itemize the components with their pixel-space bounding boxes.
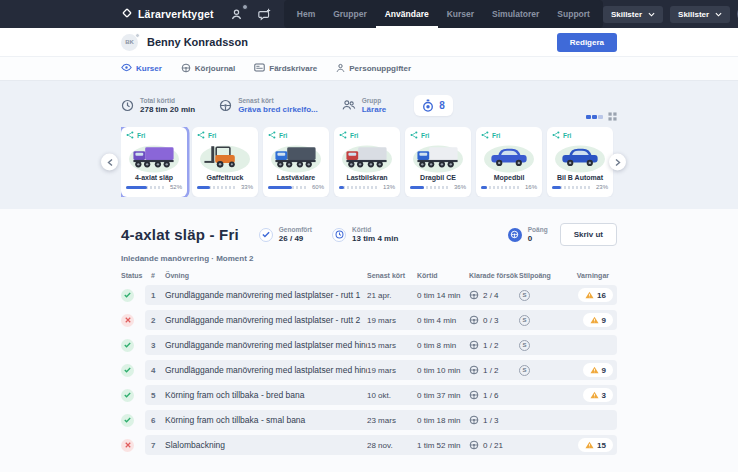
- exercise-number: 6: [151, 416, 165, 425]
- org-select-dropdown[interactable]: Skillster: [603, 6, 663, 23]
- section-subtitle: Inledande manövrering · Moment 2: [121, 254, 617, 263]
- team-select-dropdown[interactable]: Skillster: [670, 6, 730, 23]
- status-pass-icon: [121, 364, 134, 377]
- profile-tab[interactable]: Personuppgifter: [336, 63, 411, 75]
- new-message-button[interactable]: [256, 5, 274, 23]
- edit-button[interactable]: Redigera: [557, 33, 617, 52]
- progress-fill: [339, 186, 344, 189]
- progress-track: [481, 186, 521, 189]
- warning-triangle-icon: [585, 441, 594, 449]
- exercise-row: 6 Körning fram och tillbaka - smal bana …: [121, 410, 617, 430]
- status-fail-icon: [121, 439, 134, 452]
- exercise-last-driven: 15 mars: [367, 341, 417, 350]
- share-icon[interactable]: [339, 131, 347, 139]
- exercise-row-body[interactable]: 1 Grundläggande manövrering med lastplat…: [145, 285, 617, 305]
- progress-fill: [410, 186, 424, 189]
- exercise-row-body[interactable]: 4 Grundläggande manövrering med lastplat…: [145, 360, 617, 380]
- steering-wheel-icon: [469, 390, 479, 400]
- course-title: 4-axlat släp - Fri: [121, 226, 239, 243]
- progress-fill: [126, 186, 147, 189]
- share-icon[interactable]: [197, 131, 205, 139]
- course-card[interactable]: Fri: [547, 127, 613, 197]
- progress-percent: 36%: [453, 184, 466, 190]
- exercise-time: 1 tim 52 min: [417, 441, 469, 450]
- profile-tabs: Kurser Körjournal Färdskrivare Personupp…: [0, 57, 738, 81]
- share-icon[interactable]: [552, 131, 560, 139]
- course-card[interactable]: Fri: [476, 127, 542, 197]
- exercise-name: Grundläggande manövrering med lastplatse…: [165, 340, 367, 350]
- profile-tab[interactable]: Körjournal: [181, 63, 235, 75]
- clock-icon: [332, 228, 346, 242]
- check-circle-icon: [259, 228, 273, 242]
- warnings-count: 16: [597, 291, 606, 300]
- share-icon[interactable]: [410, 131, 418, 139]
- grid-expand-icon[interactable]: [608, 112, 617, 121]
- exercise-attempts: 1 / 6: [469, 390, 519, 400]
- header-exercise: Övning: [165, 272, 367, 279]
- nav-item[interactable]: Kurser: [438, 0, 483, 28]
- group-link[interactable]: Lärare: [362, 105, 386, 114]
- exercise-time: 0 tim 18 min: [417, 416, 469, 425]
- achievement-badge-card: 8: [414, 95, 453, 116]
- nav-item[interactable]: Användare: [376, 0, 438, 28]
- share-icon[interactable]: [126, 131, 134, 139]
- last-driven-link[interactable]: Gräva bred cirkelfo...: [238, 105, 318, 114]
- exercise-row-body[interactable]: 6 Körning fram och tillbaka - smal bana …: [145, 410, 617, 430]
- course-card[interactable]: Fri: [121, 127, 187, 197]
- header-attempts: Klarade försök: [469, 272, 519, 279]
- carousel-prev-button[interactable]: [101, 154, 118, 171]
- carousel-next-button[interactable]: [609, 154, 626, 171]
- profile-notification-button[interactable]: [228, 5, 246, 23]
- app-logo[interactable]: Lärarverktyget: [121, 0, 214, 28]
- course-progress: 23%: [552, 184, 608, 190]
- exercise-time: 0 tim 14 min: [417, 291, 469, 300]
- progress-fill: [197, 186, 210, 189]
- exercise-row-body[interactable]: 7 Slalombackning 28 nov. 1 tim 52 min 0 …: [145, 435, 617, 455]
- share-icon[interactable]: [268, 131, 276, 139]
- course-card-name: Mopedbil: [481, 173, 537, 182]
- steering-wheel-icon: [181, 63, 191, 75]
- progress-percent: 52%: [169, 184, 182, 190]
- warning-triangle-icon: [590, 316, 599, 324]
- profile-tab[interactable]: Kurser: [121, 63, 162, 74]
- exercise-row-body[interactable]: 3 Grundläggande manövrering med lastplat…: [145, 335, 617, 355]
- course-card[interactable]: Fri: [334, 127, 400, 197]
- chevron-down-icon: [648, 12, 655, 17]
- attempts-value: 1 / 6: [483, 391, 499, 400]
- exercise-row: 1 Grundläggande manövrering med lastplat…: [121, 285, 617, 305]
- course-time-stat: Körtid 13 tim 4 min: [332, 226, 398, 243]
- nav-item[interactable]: Grupper: [324, 0, 376, 28]
- course-progress: 33%: [197, 184, 253, 190]
- progress-fill: [481, 186, 487, 189]
- exercise-row-body[interactable]: 5 Körning fram och tillbaka - bred bana …: [145, 385, 617, 405]
- total-drive-time-label: Total körtid: [140, 97, 195, 104]
- nav-item[interactable]: Support: [548, 0, 599, 28]
- status-fail-icon: [121, 314, 134, 327]
- exercise-attempts: 0 / 3: [469, 315, 519, 325]
- vehicle-illustration: [197, 140, 253, 173]
- course-card[interactable]: Fri: [192, 127, 258, 197]
- nav-item[interactable]: Simulatorer: [483, 0, 548, 28]
- nav-item[interactable]: Hem: [288, 0, 324, 28]
- course-card[interactable]: Fri: [405, 127, 471, 197]
- header-last-driven: Senast kört: [367, 272, 417, 279]
- status-pass-icon: [121, 289, 134, 302]
- attempts-value: 1 / 2: [483, 341, 499, 350]
- print-button[interactable]: Skriv ut: [560, 223, 617, 246]
- progress-fill: [268, 186, 292, 189]
- exercise-attempts: 1 / 2: [469, 365, 519, 375]
- progress-percent: 33%: [240, 184, 253, 190]
- share-icon[interactable]: [481, 131, 489, 139]
- points-stat: Poäng 0: [508, 226, 548, 243]
- profile-tab-label: Körjournal: [195, 64, 235, 73]
- user-avatar: BK: [121, 34, 138, 51]
- last-driven-label: Senast kört: [238, 97, 318, 104]
- exercise-last-driven: 10 okt.: [367, 391, 417, 400]
- exercise-row-body[interactable]: 2 Grundläggande manövrering med lastplat…: [145, 310, 617, 330]
- profile-tab[interactable]: Färdskrivare: [254, 63, 317, 74]
- user-header: BK Benny Konradsson Redigera: [0, 28, 738, 57]
- exercise-attempts: 1 / 3: [469, 415, 519, 425]
- forklift-image: [202, 144, 249, 170]
- warnings-count: 3: [602, 391, 606, 400]
- course-card[interactable]: Fri: [263, 127, 329, 197]
